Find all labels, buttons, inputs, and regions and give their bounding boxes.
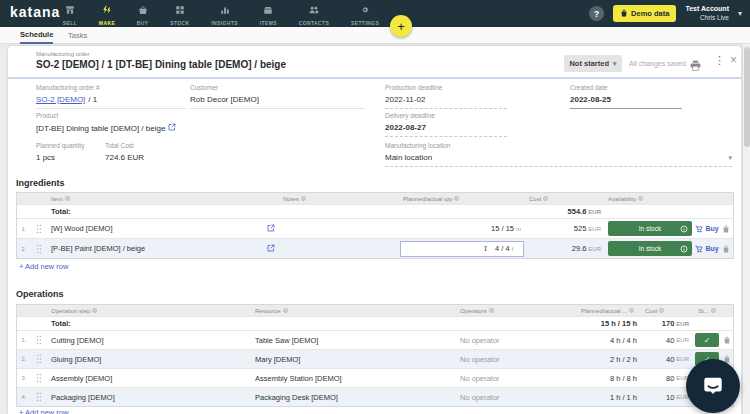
buy-button[interactable]: Buy (695, 239, 719, 258)
demo-data-button[interactable]: Demo data (613, 5, 676, 22)
production-deadline-value[interactable]: 2022-11-02 (385, 95, 507, 109)
operation-step[interactable]: Assembly [DEMO] (47, 369, 251, 387)
delete-row-button[interactable] (719, 219, 733, 238)
item-name[interactable]: [P-BE] Paint [DEMO] / beige (51, 244, 145, 253)
nav-item-contacts[interactable]: CONTACTS (299, 1, 330, 26)
info-icon (659, 308, 664, 313)
nav-item-insights[interactable]: INSIGHTS (211, 1, 238, 26)
help-button[interactable]: ? (589, 6, 604, 21)
nav-label: ITEMS (260, 20, 277, 26)
nav-item-settings[interactable]: SETTINGS (351, 1, 379, 26)
operation-step[interactable]: Packaging [DEMO] (47, 388, 251, 406)
plus-icon: + (397, 19, 405, 34)
print-button[interactable] (690, 57, 701, 75)
nav-item-items[interactable]: ITEMS (260, 1, 277, 26)
drag-handle[interactable] (31, 219, 47, 238)
resource[interactable]: Assembly Station [DEMO] (251, 369, 456, 387)
chat-widget-button[interactable] (686, 359, 740, 413)
buy-button[interactable]: Buy (695, 219, 719, 238)
planned-actual-time[interactable]: 8 h / 8 h (577, 369, 641, 387)
currency: EUR (588, 226, 601, 232)
planned-actual-time[interactable]: 2 h / 2 h (577, 350, 641, 368)
cost-value: 40 (666, 355, 674, 364)
resource[interactable]: Mary [DEMO] (251, 350, 456, 368)
resource[interactable]: Packaging Desk [DEMO] (251, 388, 456, 406)
operators[interactable]: No operator (456, 388, 577, 406)
drag-handle[interactable] (31, 369, 47, 387)
more-options-button[interactable]: ⋮ (714, 55, 725, 66)
col-availability: Availability (608, 196, 636, 202)
delivery-deadline-value[interactable]: 2022-08-27 (385, 123, 507, 137)
drag-handle[interactable] (31, 239, 47, 258)
qty-cell[interactable]: 15 / 15m (399, 219, 525, 238)
drag-handle[interactable] (31, 331, 47, 349)
status-dropdown[interactable]: Not started ▾ (564, 55, 622, 72)
planned-quantity-value[interactable]: 1 pcs (36, 153, 98, 166)
total-label: Total: (47, 205, 279, 218)
operation-row: 4. Packaging [DEMO] Packaging Desk [DEMO… (17, 387, 733, 406)
drag-handle[interactable] (31, 388, 47, 406)
col-planned: Planned/actual ... (581, 308, 627, 314)
close-button[interactable]: × (730, 54, 737, 66)
operators[interactable]: No operator (456, 350, 577, 368)
nav-item-sell[interactable]: SELL (63, 1, 77, 26)
create-new-button[interactable]: + (390, 15, 412, 37)
qty-input[interactable]: I 4 / 4 l (400, 241, 524, 257)
planned-actual-time[interactable]: 4 h / 4 h (577, 331, 641, 349)
notes-cell[interactable] (279, 239, 399, 258)
delete-row-button[interactable] (721, 331, 733, 349)
col-operators: Operators (460, 308, 487, 314)
created-date-value[interactable]: 2022-08-25 (570, 95, 682, 109)
operation-row: 2. Gluing [DEMO] Mary [DEMO] No operator… (17, 349, 733, 368)
external-link-icon[interactable] (267, 224, 275, 234)
tab-bar: Schedule Tasks (0, 27, 750, 44)
resource[interactable]: Table Saw [DEMO] (251, 331, 456, 349)
qty-value: 4 / 4 (495, 244, 510, 253)
item-name[interactable]: [W] Wood [DEMO] (51, 224, 113, 233)
operation-step[interactable]: Gluing [DEMO] (47, 350, 251, 368)
field-label: Total Cost (105, 142, 200, 149)
vertical-scrollbar[interactable] (742, 44, 750, 414)
field-manufacturing-location: Manufacturing location Main location ▾ (385, 142, 732, 167)
info-icon (92, 308, 97, 313)
ingredient-row: 2. [P-BE] Paint [DEMO] / beige I 4 / 4 l… (17, 238, 733, 258)
insights-icon (220, 1, 230, 19)
ingredients-add-row-link[interactable]: + Add new row (19, 262, 68, 271)
planned-actual-time[interactable]: 1 h / 1 h (577, 388, 641, 406)
tab-schedule[interactable]: Schedule (20, 27, 53, 44)
account-menu[interactable]: Test Account Chris Live (685, 5, 729, 22)
qty-cell-editing[interactable]: I 4 / 4 l (399, 239, 525, 258)
external-link-icon[interactable] (168, 123, 176, 133)
location-dropdown[interactable]: Main location ▾ (385, 153, 732, 167)
operators[interactable]: No operator (456, 369, 577, 387)
operators[interactable]: No operator (456, 331, 577, 349)
ingredient-row: 1. [W] Wood [DEMO] 15 / 15m 525EUR In st… (17, 218, 733, 238)
availability-badge[interactable]: In stock (608, 221, 692, 236)
account-name: Test Account (685, 5, 729, 14)
buy-label: Buy (705, 245, 718, 252)
field-label: Planned quantity (36, 142, 98, 149)
external-link-icon[interactable] (267, 244, 275, 254)
info-icon (301, 196, 306, 201)
mo-number-link[interactable]: SO-2 [DEMO] (36, 95, 85, 104)
info-icon (489, 308, 494, 313)
product-value: [DT-BE] Dining table [DEMO] / beige (36, 124, 165, 133)
currency: EUR (588, 209, 601, 215)
status-done-button[interactable]: ✓ (695, 333, 719, 347)
operations-add-row-link[interactable]: + Add new row (19, 408, 68, 414)
customer-value[interactable]: Rob Decor [DEMO] (190, 95, 365, 109)
availability-badge[interactable]: In stock (608, 241, 692, 256)
nav-item-stock[interactable]: STOCK (170, 1, 189, 26)
field-label: Manufacturing location (385, 142, 732, 149)
delete-row-button[interactable] (719, 239, 733, 258)
chat-bubble-icon (702, 375, 724, 397)
operation-step[interactable]: Cutting [DEMO] (47, 331, 251, 349)
nav-item-buy[interactable]: BUY (137, 1, 149, 26)
tab-tasks[interactable]: Tasks (68, 27, 87, 44)
drag-handle[interactable] (31, 350, 47, 368)
notes-cell[interactable] (279, 219, 399, 238)
check-icon: ✓ (704, 336, 711, 345)
nav-item-make[interactable]: MAKE (99, 1, 115, 26)
total-cost: 170 (662, 319, 675, 328)
scrollbar-thumb[interactable] (744, 47, 750, 147)
